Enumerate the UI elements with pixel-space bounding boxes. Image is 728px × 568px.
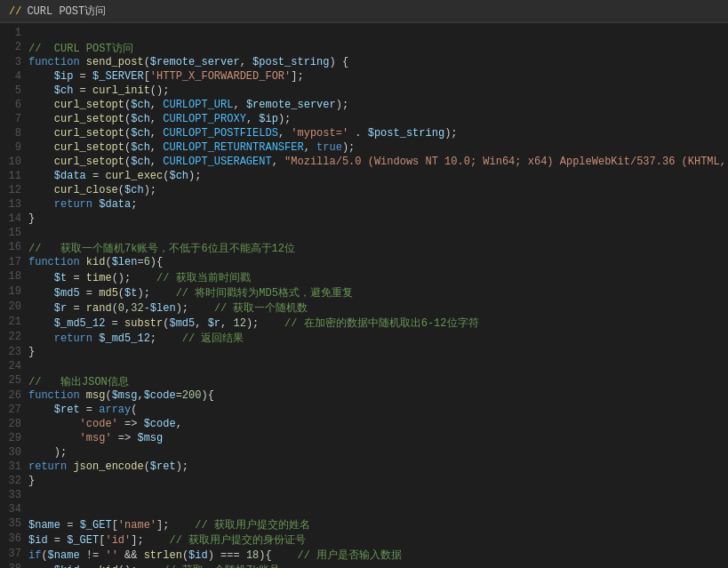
code-line: 35 $name = $_GET['name']; // 获取用户提交的姓名	[0, 517, 728, 532]
code-line: 33	[0, 489, 728, 503]
code-line: 7 curl_setopt($ch, CURLOPT_PROXY, $ip);	[0, 113, 728, 127]
code-line: 2 // CURL POST访问	[0, 41, 728, 56]
code-line: 25 // 输出JSON信息	[0, 374, 728, 389]
code-line: 34	[0, 503, 728, 517]
code-line: 38 $kid = kid(); // 获取一个随机7k账号	[0, 563, 728, 568]
code-line: 36 $id = $_GET['id']; // 获取用户提交的身份证号	[0, 532, 728, 548]
code-line: 17 function kid($len=6){	[0, 256, 728, 270]
code-line: 16 // 获取一个随机7k账号，不低于6位且不能高于12位	[0, 241, 728, 256]
title-bar: // CURL POST访问	[0, 0, 728, 23]
code-line: 1	[0, 27, 728, 41]
code-line: 23 }	[0, 346, 728, 360]
code-content[interactable]: 1 2 // CURL POST访问 3 function send_post(…	[0, 23, 728, 568]
code-editor: // CURL POST访问 1 2 // CURL POST访问 3 func…	[0, 0, 728, 568]
code-line: 8 curl_setopt($ch, CURLOPT_POSTFIELDS, '…	[0, 127, 728, 141]
code-line: 13 return $data;	[0, 198, 728, 212]
title-icon: //	[9, 5, 21, 18]
code-line: 12 curl_close($ch);	[0, 184, 728, 198]
code-line: 27 $ret = array(	[0, 404, 728, 418]
code-line: 32 }	[0, 475, 728, 489]
code-line: 20 $r = rand(0,32-$len); // 获取一个随机数	[0, 300, 728, 316]
code-line: 31 return json_encode($ret);	[0, 460, 728, 475]
code-line: 21 $_md5_12 = substr($md5, $r, 12); // 在…	[0, 316, 728, 331]
code-line: 37 if($name != '' && strlen($id) === 18)…	[0, 548, 728, 563]
code-line: 22 return $_md5_12; // 返回结果	[0, 331, 728, 346]
title-label: CURL POST访问	[27, 4, 106, 19]
code-line: 28 'code' => $code,	[0, 418, 728, 432]
code-line: 18 $t = time(); // 获取当前时间戳	[0, 270, 728, 285]
code-line: 29 'msg' => $msg	[0, 432, 728, 446]
code-line: 30 );	[0, 446, 728, 460]
code-line: 9 curl_setopt($ch, CURLOPT_RETURNTRANSFE…	[0, 141, 728, 156]
code-line: 5 $ch = curl_init();	[0, 84, 728, 99]
code-line: 15	[0, 227, 728, 241]
code-line: 24	[0, 360, 728, 374]
code-line: 3 function send_post($remote_server, $po…	[0, 56, 728, 70]
code-line: 10 curl_setopt($ch, CURLOPT_USERAGENT, "…	[0, 156, 728, 170]
code-line: 11 $data = curl_exec($ch);	[0, 170, 728, 184]
code-line: 14 }	[0, 212, 728, 227]
code-line: 19 $md5 = md5($t); // 将时间戳转为MD5格式，避免重复	[0, 285, 728, 300]
code-line: 26 function msg($msg,$code=200){	[0, 389, 728, 404]
code-line: 6 curl_setopt($ch, CURLOPT_URL, $remote_…	[0, 99, 728, 113]
code-line: 4 $ip = $_SERVER['HTTP_X_FORWARDED_FOR']…	[0, 70, 728, 84]
